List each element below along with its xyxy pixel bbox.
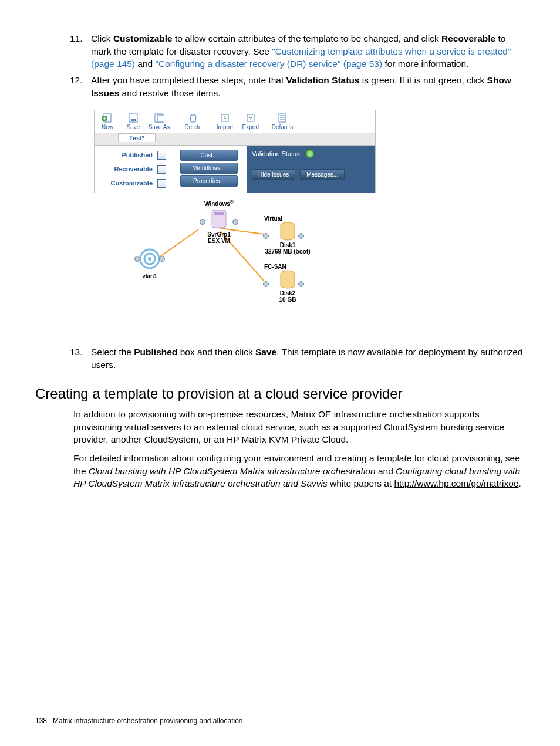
delete-button[interactable]: Delete	[180, 110, 206, 133]
new-button[interactable]: New	[95, 110, 120, 133]
svg-rect-5	[157, 115, 164, 122]
defaults-icon	[278, 113, 287, 123]
export-icon	[246, 113, 255, 123]
disk2-node[interactable]: FC-SAN Disk2 10 GB	[264, 264, 311, 303]
step-number: 13.	[70, 346, 83, 359]
footer-title: Matrix infrastructure orchestration prov…	[53, 717, 243, 725]
saveas-button[interactable]: Save As	[146, 110, 172, 133]
topology-diagram: vlan1 Windows® SvrGrp1 ESX VM Virtual Di…	[94, 199, 376, 322]
app-screenshot: New Save Save As Delete Import Export De…	[94, 110, 376, 193]
tab-bar: Test*	[94, 133, 376, 146]
page-number: 138	[35, 717, 47, 725]
save-icon	[129, 113, 138, 123]
validation-status-icon	[305, 149, 315, 158]
customizable-label: Customizable	[110, 180, 153, 187]
published-label: Published	[122, 151, 153, 158]
properties-panel: Published Recoverable Customizable Cost.…	[94, 146, 376, 193]
server-node[interactable]: Windows® SvrGrp1 ESX VM	[198, 199, 239, 244]
save-button[interactable]: Save	[120, 110, 146, 133]
saveas-icon	[154, 113, 164, 123]
published-checkbox[interactable]	[157, 151, 166, 160]
link-matrixoe[interactable]: http://www.hp.com/go/matrixoe	[394, 478, 518, 488]
new-icon	[102, 113, 113, 123]
toolbar: New Save Save As Delete Import Export De…	[94, 110, 376, 133]
section-heading: Creating a template to provision at a cl…	[35, 386, 525, 402]
recoverable-checkbox[interactable]	[157, 165, 166, 174]
validation-panel: Validation Status: Hide Issues Messages.…	[247, 146, 375, 193]
svg-line-9	[158, 229, 198, 258]
tab-test[interactable]: Test*	[118, 133, 156, 142]
export-button[interactable]: Export	[238, 110, 264, 133]
cost-button[interactable]: Cost...	[180, 150, 238, 161]
messages-button[interactable]: Messages...	[300, 169, 345, 180]
page-footer: 138 Matrix infrastructure orchestration …	[35, 717, 243, 725]
link-configuring-dr[interactable]: "Configuring a disaster recovery (DR) se…	[155, 59, 382, 69]
svg-point-14	[148, 257, 151, 261]
hide-issues-button[interactable]: Hide Issues	[252, 169, 295, 180]
svg-rect-16	[214, 212, 224, 215]
step-12: 12. After you have completed these steps…	[91, 74, 525, 99]
defaults-button[interactable]: Defaults	[269, 110, 295, 133]
body-paragraph: For detailed information about configuri…	[73, 452, 525, 490]
step-13: 13. Select the Published box and then cl…	[91, 346, 525, 371]
workflows-button[interactable]: Workflows...	[180, 163, 238, 174]
import-icon	[220, 113, 230, 123]
customizable-checkbox[interactable]	[157, 179, 166, 188]
svg-rect-8	[279, 114, 286, 122]
import-button[interactable]: Import	[212, 110, 238, 133]
svg-rect-3	[131, 119, 136, 121]
step-11: 11. Click Customizable to allow certain …	[91, 32, 525, 70]
step-number: 11.	[70, 32, 83, 45]
vlan-node[interactable]: vlan1	[138, 247, 161, 279]
step-number: 12.	[70, 74, 83, 87]
recoverable-label: Recoverable	[114, 166, 153, 173]
validation-status-label: Validation Status:	[252, 150, 302, 157]
body-paragraph: In addition to provisioning with on-prem…	[73, 408, 525, 446]
disk1-node[interactable]: Virtual Disk1 32769 MB (boot)	[264, 215, 311, 255]
properties-button[interactable]: Properties...	[180, 175, 238, 187]
delete-icon	[188, 113, 198, 123]
